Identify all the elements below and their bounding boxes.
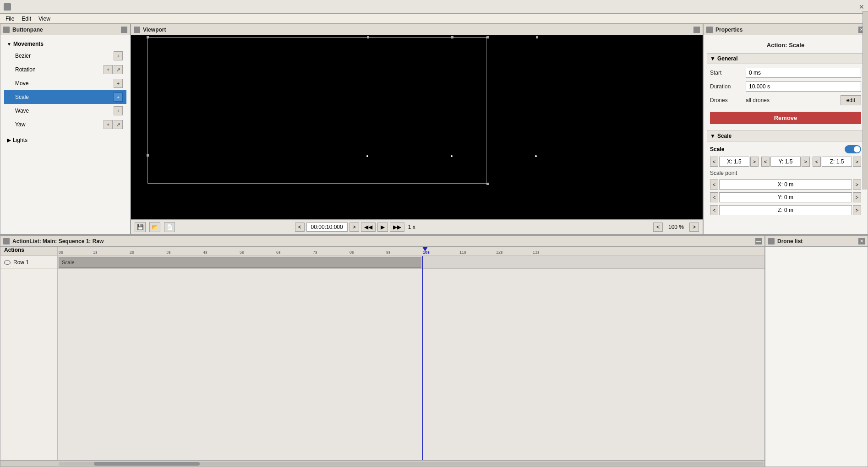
save-btn[interactable]: 💾: [135, 222, 146, 232]
edit-drones-btn[interactable]: edit: [841, 95, 861, 105]
sp-x-prev[interactable]: <: [710, 179, 718, 190]
scale-x-value[interactable]: X: 1.5: [719, 157, 749, 167]
move-btns: +: [114, 79, 123, 88]
scale-z-prev[interactable]: <: [813, 157, 821, 167]
scale-z-value[interactable]: Z: 1.5: [822, 157, 852, 167]
sp-z-value[interactable]: Z: 0 m: [719, 205, 852, 215]
prev-btn[interactable]: <: [295, 223, 305, 232]
general-label: General: [717, 55, 738, 62]
handle-tm[interactable]: [367, 36, 369, 38]
sp-x-value[interactable]: X: 0 m: [719, 179, 852, 190]
timeline-body: Row 1 Scale: [0, 256, 764, 460]
viewport-minimize[interactable]: —: [693, 27, 700, 33]
actionlist-minimize[interactable]: —: [755, 238, 762, 244]
start-value[interactable]: 0 ms: [746, 68, 861, 78]
menubar: File Edit View: [0, 14, 868, 24]
menu-file[interactable]: File: [2, 15, 18, 23]
titlebar-close[interactable]: ✕: [859, 3, 864, 11]
bezier-add-btn[interactable]: +: [114, 51, 123, 60]
drone-list-close[interactable]: ✕: [858, 238, 865, 244]
row1-label: Row 1: [13, 259, 29, 266]
scale-add-btn[interactable]: +: [114, 92, 123, 102]
wave-add-btn[interactable]: +: [114, 106, 123, 115]
speed-display: 1 x: [406, 224, 417, 230]
scale-section-arrow: ▼: [710, 133, 715, 139]
tick-5s: 5s: [240, 250, 244, 255]
viewport-vscrollbar[interactable]: [863, 11, 868, 190]
zoom-out-btn[interactable]: <: [653, 223, 663, 232]
movement-item-bezier[interactable]: Bezier +: [4, 49, 126, 63]
menu-view[interactable]: View: [35, 15, 54, 23]
handle-br[interactable]: [486, 183, 489, 185]
move-add-btn[interactable]: +: [114, 79, 123, 88]
movement-item-yaw[interactable]: Yaw + ↗: [4, 118, 126, 131]
buttonpane-minimize[interactable]: —: [121, 27, 127, 33]
scrollbar-thumb[interactable]: [94, 462, 200, 466]
sp-z-row: < Z: 0 m >: [707, 204, 864, 217]
action-title: Action: Scale: [707, 39, 864, 51]
actions-header-label: Actions: [0, 247, 28, 254]
timeline-scrollbar[interactable]: [0, 460, 764, 467]
sp-z-prev[interactable]: <: [710, 205, 718, 215]
handle-tr2[interactable]: [451, 36, 453, 38]
buttonpane-icon: [3, 27, 10, 33]
movements-group-header[interactable]: ▼ Movements: [4, 39, 126, 49]
scale-y-value[interactable]: Y: 1.5: [770, 157, 801, 167]
zoom-in-btn[interactable]: >: [689, 223, 699, 232]
viewport-icon: [134, 27, 140, 33]
tick-10s: 10s: [423, 250, 430, 255]
movement-item-rotation[interactable]: Rotation + ↗: [4, 63, 126, 76]
sp-z-next[interactable]: >: [853, 205, 861, 215]
actionlist-panel: ActionList: Main: Sequence 1: Raw — Acti…: [0, 235, 765, 467]
play-btn[interactable]: ▶: [377, 223, 388, 232]
tick-12s: 12s: [496, 250, 503, 255]
general-section-header[interactable]: ▼ General: [707, 53, 864, 64]
actionlist-content: Actions 0s 1s 2s 3s 4s 5s 6s 7s 8s: [0, 247, 764, 467]
rewind-btn[interactable]: ◀◀: [361, 223, 376, 232]
rotation-expand-btn[interactable]: ↗: [114, 65, 123, 74]
buttonpane-title: Buttonpane: [12, 27, 43, 33]
scale-y-prev[interactable]: <: [761, 157, 770, 167]
forward-btn[interactable]: ▶▶: [390, 223, 404, 232]
duration-value[interactable]: 10.000 s: [746, 81, 861, 92]
yaw-expand-btn[interactable]: ↗: [114, 120, 123, 129]
properties-icon: [706, 27, 713, 33]
remove-btn[interactable]: Remove: [710, 112, 861, 124]
rotation-add-btn[interactable]: +: [104, 65, 113, 74]
move-label: Move: [15, 80, 114, 87]
scale-toggle[interactable]: [845, 145, 861, 153]
sp-y-value[interactable]: Y: 0 m: [719, 192, 852, 202]
open-btn[interactable]: 📂: [149, 222, 160, 232]
row1-item: Row 1: [0, 256, 57, 269]
next-btn[interactable]: >: [349, 223, 359, 232]
sp-y-next[interactable]: >: [853, 192, 861, 202]
sp-x-next[interactable]: >: [853, 179, 861, 190]
scale-block[interactable]: Scale: [59, 257, 421, 268]
tick-0s: 0s: [59, 250, 63, 255]
scale-y-next[interactable]: >: [802, 157, 810, 167]
menu-edit[interactable]: Edit: [18, 15, 35, 23]
handle-tm3[interactable]: [486, 36, 489, 38]
scrollbar-track[interactable]: [59, 462, 764, 466]
movement-item-scale[interactable]: Scale +: [4, 90, 126, 104]
movements-arrow: ▼: [7, 42, 11, 47]
handle-ml[interactable]: [147, 154, 149, 157]
row1-eye[interactable]: [4, 260, 11, 265]
lights-header[interactable]: ▶ Lights: [4, 135, 126, 145]
export-btn[interactable]: 📄: [164, 222, 175, 232]
movement-item-move[interactable]: Move +: [4, 76, 126, 90]
scale-section-header[interactable]: ▼ Scale: [707, 130, 864, 141]
timeline-tracks[interactable]: Scale: [58, 256, 764, 460]
yaw-add-btn[interactable]: +: [104, 120, 113, 129]
scale-x-next[interactable]: >: [750, 157, 759, 167]
scale-point-label: Scale point: [710, 170, 742, 176]
scale-x-prev[interactable]: <: [710, 157, 718, 167]
sp-y-prev[interactable]: <: [710, 192, 718, 202]
scale-z-next[interactable]: >: [853, 157, 861, 167]
actionlist-icon: [3, 238, 10, 244]
handle-tr[interactable]: [536, 36, 538, 38]
playhead-line[interactable]: [422, 256, 423, 460]
movement-item-wave[interactable]: Wave +: [4, 104, 126, 118]
scale-section-label: Scale: [717, 133, 732, 139]
handle-tl[interactable]: [147, 36, 149, 38]
